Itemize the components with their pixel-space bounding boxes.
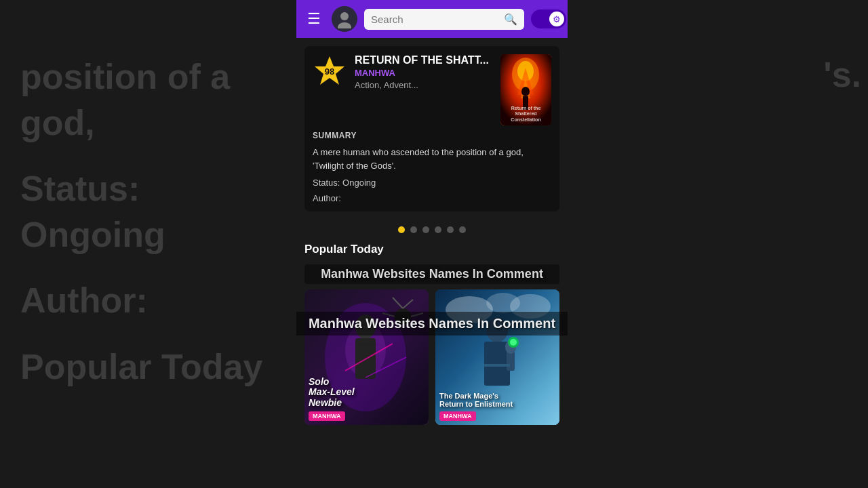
featured-section: 98 RETURN OF THE SHATT... MANHWA Action,…	[296, 38, 568, 220]
svg-point-0	[340, 12, 349, 20]
featured-genres: Action, Advent...	[355, 80, 492, 90]
svg-point-1	[338, 22, 351, 28]
svg-point-8	[521, 87, 530, 96]
svg-point-25	[486, 293, 520, 313]
svg-point-26	[486, 318, 508, 342]
search-input[interactable]	[371, 14, 500, 25]
dot-3[interactable]	[422, 226, 429, 233]
popular-section: Popular Today Manhwa Websites Names In C…	[296, 243, 568, 433]
svg-point-15	[395, 308, 411, 325]
svg-point-13	[355, 314, 376, 339]
gear-icon: ⚙	[553, 14, 561, 24]
watermark-overlay: Manhwa Websites Names In Comment	[304, 264, 559, 284]
author-text: Author:	[313, 193, 551, 203]
navbar: ☰ 🔍 ⚙	[296, 0, 568, 38]
manga-card-dark-mage[interactable]: The Dark Mage'sReturn to Enlistment MANH…	[435, 289, 559, 425]
featured-info: RETURN OF THE SHATT... MANHWA Action, Ad…	[355, 54, 492, 90]
card-dark-mage-badge: MANHWA	[439, 411, 476, 421]
bg-text-3: Author:	[20, 278, 292, 324]
dot-1[interactable]	[398, 226, 405, 233]
summary-label: SUMMARY	[313, 131, 551, 140]
bg-text-2: Status: Ongoing	[20, 166, 292, 258]
avatar[interactable]	[332, 6, 357, 32]
featured-type: MANHWA	[355, 68, 492, 78]
popular-grid: SoloMax-LevelNewbie MANHWA	[304, 289, 559, 425]
background-text-layer: position of a god, Status: Ongoing Autho…	[20, 0, 292, 488]
card-solo-title: SoloMax-LevelNewbie	[309, 377, 425, 408]
featured-thumbnail[interactable]: Return of the Shattered Constellation	[500, 54, 551, 125]
hamburger-button[interactable]: ☰	[303, 6, 325, 32]
dot-2[interactable]	[410, 226, 417, 233]
status-text: Status: Ongoing	[313, 178, 551, 188]
svg-point-31	[510, 339, 517, 346]
manga-card-solo[interactable]: SoloMax-LevelNewbie MANHWA	[304, 289, 429, 425]
dot-5[interactable]	[447, 226, 454, 233]
popular-title: Popular Today	[304, 243, 559, 256]
featured-title: RETURN OF THE SHATT...	[355, 54, 492, 66]
search-bar[interactable]: 🔍	[364, 9, 524, 30]
search-icon: 🔍	[504, 13, 517, 26]
card-solo-badge: MANHWA	[309, 411, 345, 421]
rating-number: 98	[325, 66, 334, 77]
bg-text-right: 's.	[823, 54, 861, 95]
bg-text-1: position of a god,	[20, 54, 292, 146]
pagination-dots	[296, 220, 568, 243]
avatar-icon	[335, 9, 354, 28]
dot-4[interactable]	[435, 226, 441, 233]
theme-toggle[interactable]: ⚙	[531, 9, 566, 28]
svg-point-23	[446, 296, 493, 323]
toggle-circle: ⚙	[549, 12, 564, 26]
app-container: ☰ 🔍 ⚙ 98	[296, 0, 568, 488]
featured-card[interactable]: 98 RETURN OF THE SHATT... MANHWA Action,…	[304, 46, 559, 211]
dot-6[interactable]	[459, 226, 466, 233]
svg-rect-32	[484, 364, 510, 367]
summary-text: A mere human who ascended to the positio…	[313, 146, 551, 172]
thumbnail-label: Return of the Shattered Constellation	[502, 106, 550, 123]
featured-header: 98 RETURN OF THE SHATT... MANHWA Action,…	[313, 54, 551, 125]
card-dark-mage-title: The Dark Mage'sReturn to Enlistment	[439, 392, 555, 408]
rating-badge: 98	[313, 54, 347, 88]
bg-text-4: Popular Today	[20, 344, 292, 390]
